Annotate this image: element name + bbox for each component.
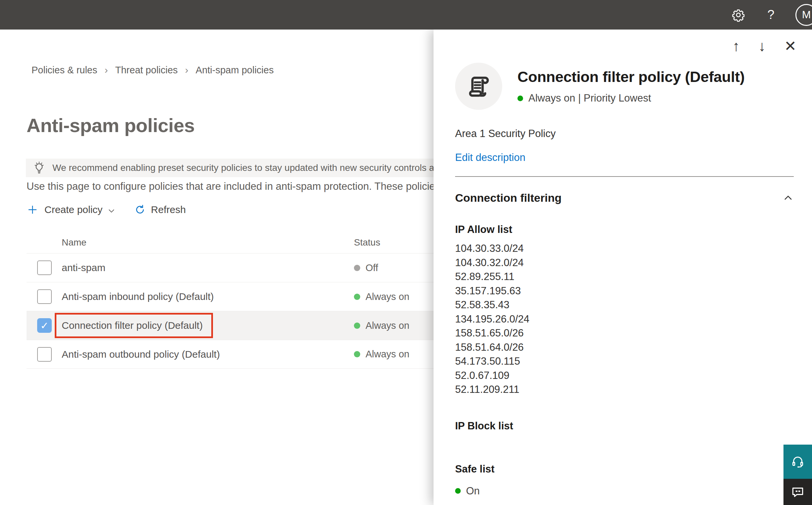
status-label: Always on [366, 349, 409, 360]
row-checkbox[interactable] [37, 347, 52, 362]
settings-gear-icon[interactable] [731, 7, 746, 23]
headset-icon [790, 455, 805, 469]
ip-entry: 54.173.50.115 [455, 354, 794, 369]
chevron-up-icon[interactable] [783, 192, 794, 204]
flyout-header: Connection filter policy (Default) Alway… [455, 63, 794, 110]
page-title: Anti-spam policies [26, 114, 195, 136]
breadcrumb-anti-spam-policies[interactable]: Anti-spam policies [196, 65, 274, 76]
policy-name: Anti-spam outbound policy (Default) [62, 349, 354, 360]
row-checkbox[interactable] [37, 289, 52, 304]
ip-allow-list-title: IP Allow list [455, 224, 794, 235]
divider [455, 176, 794, 177]
safe-list-status-text: On [466, 485, 480, 497]
table-row-selected[interactable]: ✓ Connection filter policy (Default) Alw… [26, 311, 433, 340]
ip-entry: 52.11.209.211 [455, 382, 794, 397]
connection-filtering-section-header[interactable]: Connection filtering [455, 191, 794, 204]
table-row[interactable]: anti-spam Off [26, 253, 433, 282]
policy-avatar [455, 63, 502, 110]
breadcrumb-separator-icon: › [105, 64, 108, 76]
status-dot-on [354, 294, 360, 300]
create-policy-label: Create policy [44, 204, 103, 215]
red-highlight-box: Connection filter policy (Default) [55, 313, 213, 338]
table-row[interactable]: Anti-spam outbound policy (Default) Alwa… [26, 340, 433, 369]
row-checkbox-checked[interactable]: ✓ [37, 318, 52, 333]
top-app-bar: ? M [0, 0, 812, 29]
policy-table: Name Status anti-spam Off Anti-spam inbo… [26, 232, 433, 369]
support-headset-button[interactable] [784, 445, 812, 479]
ip-entry: 158.51.64.0/26 [455, 340, 794, 355]
row-checkbox[interactable] [37, 261, 52, 275]
details-flyout: ↑ ↓ ✕ Connection filter policy (Default)… [433, 29, 812, 505]
status-label: Always on [366, 291, 409, 302]
flyout-title: Connection filter policy (Default) [518, 68, 745, 86]
safe-list-title: Safe list [455, 463, 794, 475]
feedback-chat-button[interactable] [784, 479, 812, 505]
ip-allow-list: 104.30.33.0/24 104.30.32.0/24 52.89.255.… [455, 241, 794, 397]
status-label: Always on [366, 320, 409, 331]
policy-name: Anti-spam inbound policy (Default) [62, 291, 354, 302]
help-icon[interactable]: ? [763, 7, 779, 23]
flyout-controls: ↑ ↓ ✕ [455, 39, 796, 53]
policy-name: anti-spam [62, 262, 354, 274]
refresh-button[interactable]: Refresh [116, 204, 186, 215]
close-icon[interactable]: ✕ [784, 39, 796, 53]
page-description: Use this page to configure policies that… [26, 180, 433, 192]
plus-icon [26, 204, 38, 216]
breadcrumb: Policies & rules › Threat policies › Ant… [31, 64, 274, 76]
toolbar: Create policy Refresh [26, 204, 186, 216]
ip-entry: 104.30.32.0/24 [455, 256, 794, 270]
breadcrumb-policies-rules[interactable]: Policies & rules [31, 65, 97, 76]
ip-entry: 134.195.26.0/24 [455, 312, 794, 327]
breadcrumb-separator-icon: › [185, 64, 188, 76]
recommendation-banner: We recommend enabling preset security po… [26, 159, 433, 177]
chevron-down-icon [107, 206, 116, 215]
account-avatar[interactable]: M [795, 4, 812, 26]
previous-item-arrow-icon[interactable]: ↑ [733, 39, 740, 53]
table-header-row: Name Status [26, 232, 433, 253]
flyout-status-text: Always on | Priority Lowest [529, 92, 651, 104]
breadcrumb-threat-policies[interactable]: Threat policies [115, 65, 178, 76]
status-label: Off [366, 263, 378, 274]
status-dot-always-on [518, 96, 523, 101]
column-header-status[interactable]: Status [354, 237, 433, 248]
banner-text: We recommend enabling preset security po… [52, 163, 433, 173]
ip-entry: 35.157.195.63 [455, 284, 794, 298]
ip-entry: 52.58.35.43 [455, 298, 794, 312]
status-dot-off [354, 265, 360, 271]
ip-block-list-title: IP Block list [455, 420, 794, 432]
next-item-arrow-icon[interactable]: ↓ [758, 39, 766, 53]
edit-description-link[interactable]: Edit description [455, 152, 526, 163]
table-row[interactable]: Anti-spam inbound policy (Default) Alway… [26, 282, 433, 311]
policy-name: Connection filter policy (Default) [62, 320, 203, 331]
refresh-icon [134, 204, 146, 215]
status-dot-on [354, 323, 360, 329]
safe-list-status-dot [455, 488, 461, 494]
lightbulb-icon [32, 161, 46, 175]
ip-entry: 52.89.255.11 [455, 270, 794, 284]
section-title: Connection filtering [455, 191, 562, 204]
ip-entry: 104.30.33.0/24 [455, 241, 794, 256]
column-header-name[interactable]: Name [62, 237, 354, 248]
refresh-label: Refresh [151, 204, 186, 215]
status-dot-on [354, 351, 360, 357]
ip-entry: 52.0.67.109 [455, 369, 794, 383]
floating-help-buttons [784, 445, 812, 505]
ip-entry: 158.51.65.0/26 [455, 326, 794, 340]
scroll-icon [465, 73, 492, 100]
policy-description: Area 1 Security Policy [455, 128, 794, 140]
create-policy-button[interactable]: Create policy [26, 204, 116, 216]
chat-bubble-icon [790, 485, 805, 499]
